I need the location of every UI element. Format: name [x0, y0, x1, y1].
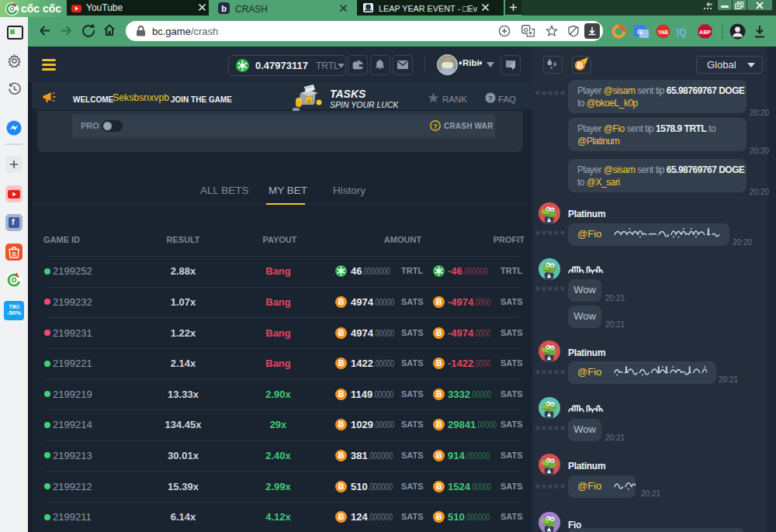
svg-text:Ƀ: Ƀ: [338, 328, 345, 337]
svg-text:Ƀ: Ƀ: [338, 420, 345, 430]
svg-text:Ƀ: Ƀ: [338, 389, 345, 399]
svg-text:ABP: ABP: [699, 29, 711, 35]
svg-text:Ƀ: Ƀ: [577, 60, 583, 70]
svg-text:Ƀ: Ƀ: [338, 482, 345, 491]
svg-text:Ƀ: Ƀ: [436, 297, 442, 306]
svg-text:Ƀ: Ƀ: [436, 358, 442, 368]
svg-text:Ƀ: Ƀ: [436, 451, 442, 460]
svg-text:Ƀ: Ƀ: [338, 451, 345, 460]
svg-text:G: G: [524, 26, 528, 33]
svg-text:Ƀ: Ƀ: [436, 482, 442, 491]
svg-text:Ƀ: Ƀ: [436, 328, 442, 337]
svg-text:?: ?: [488, 94, 493, 102]
svg-text:b: b: [221, 4, 227, 13]
svg-text:Ƀ: Ƀ: [338, 512, 345, 521]
svg-text:0: 0: [307, 98, 310, 104]
svg-text:S: S: [12, 250, 16, 257]
svg-text:Ƀ: Ƀ: [338, 297, 345, 306]
svg-text:Ƀ: Ƀ: [338, 358, 345, 368]
svg-text:Ƀ: Ƀ: [436, 420, 442, 430]
svg-text:Ƀ: Ƀ: [436, 389, 442, 399]
svg-text:Ƀ: Ƀ: [436, 512, 442, 521]
svg-text:G: G: [637, 28, 643, 36]
svg-text:YAB: YAB: [658, 29, 668, 35]
svg-text:?: ?: [433, 123, 438, 130]
